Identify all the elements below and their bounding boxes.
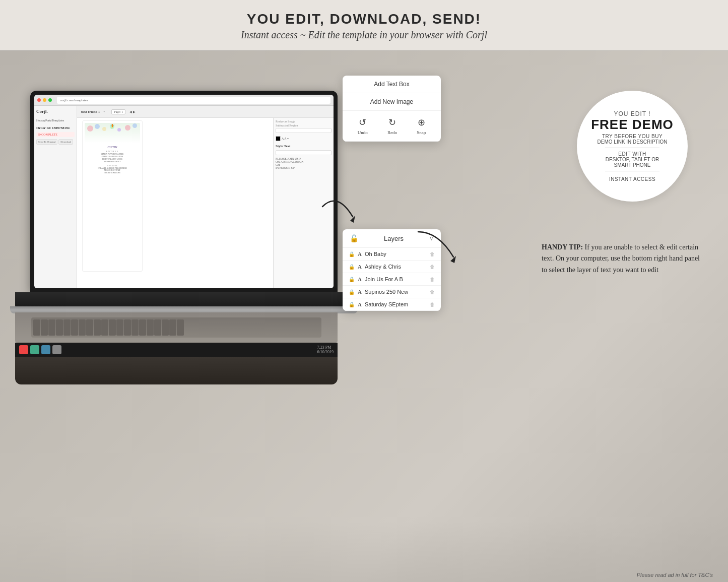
key (71, 319, 78, 336)
layer-lock-icon-5: 🔒 (349, 302, 355, 307)
desk-surface (0, 522, 728, 582)
taskbar-icon-4[interactable] (52, 345, 61, 354)
handy-tip-label: HANDY TIP: (542, 243, 583, 251)
key (86, 319, 93, 336)
key (48, 319, 55, 336)
send-to-original-btn[interactable]: Send To Original (36, 139, 57, 145)
main-area: corjl.com/templates Corjl. HoorayPartyTe… (0, 50, 728, 582)
circle-divider-2 (605, 171, 659, 171)
free-demo-badge: YOU EDIT ! FREE DEMO TRY BEFORE YOU BUY … (577, 91, 688, 202)
key (56, 319, 63, 336)
layer-type-icon-5: A (358, 301, 362, 307)
redo-icon: ↻ (388, 117, 396, 128)
header-title: YOU EDIT, DOWNLOAD, SEND! (0, 11, 728, 27)
key (116, 319, 123, 336)
menu-floral-top: 🧚 (85, 123, 140, 143)
key (41, 319, 48, 336)
header-banner: YOU EDIT, DOWNLOAD, SEND! Instant access… (0, 0, 728, 50)
toolbar-template-name: best friend 1 (81, 110, 100, 114)
layer-item-saturday[interactable]: 🔒 A Saturday SEptem 🗑 (343, 298, 441, 311)
browser-bar: corjl.com/templates (34, 95, 334, 106)
layer-delete-icon-4[interactable]: 🗑 (430, 289, 435, 295)
circle-demo-link: DEMO LINK IN DESCRIPTION (598, 139, 668, 145)
laptop-screen-outer: corjl.com/templates Corjl. HoorayPartyTe… (30, 91, 338, 292)
key (169, 319, 176, 336)
sidebar-menu-templates: HoorayPartyTemplates (36, 118, 75, 123)
taskbar-icon-3[interactable] (41, 345, 50, 354)
browser-minimize-dot[interactable] (43, 98, 46, 102)
handy-tip-text: HANDY TIP: If you are unable to select &… (542, 242, 703, 276)
menu-entree-title: ENTREE (85, 150, 140, 153)
circle-try-before: TRY BEFORE YOU BUY (602, 134, 663, 139)
menu-card-title: menu (85, 144, 140, 149)
circle-edit-with: EDIT WITH (618, 151, 646, 157)
text-style-input[interactable] (276, 150, 332, 155)
font-region-label: Subtracted Region (276, 124, 332, 127)
key (63, 319, 71, 336)
layer-type-icon: A (358, 251, 362, 257)
arrow-to-panel (317, 197, 358, 227)
order-id: Order Id: 1509758194 (36, 126, 75, 130)
menu-items-text: LEMON PEPPER POLL TREE GARLIC MASHED FAJ… (85, 153, 140, 163)
header-subtitle: Instant access ~ Edit the template in yo… (0, 29, 728, 41)
add-text-box-button[interactable]: Add Text Box (343, 76, 441, 93)
browser-address-bar[interactable]: corjl.com/templates (57, 97, 330, 104)
layer-lock-icon-4: 🔒 (349, 289, 355, 295)
layer-item-supinos[interactable]: 🔒 A Supinos 250 New 🗑 (343, 286, 441, 298)
color-swatch[interactable] (276, 136, 281, 141)
layer-item-join-us[interactable]: 🔒 A Join Us For A B 🗑 (343, 273, 441, 286)
keyboard-area (15, 312, 338, 343)
resize-image-section: Resize as Image Subtracted Region (276, 120, 332, 133)
font-size-label: A A ≡ (282, 137, 289, 140)
menu-dessert-title: dessert (85, 164, 140, 167)
layer-lock-icon-3: 🔒 (349, 277, 355, 282)
key (147, 319, 154, 336)
laptop-body (15, 357, 338, 384)
please-join-text: PLEASE JOIN US FON A BRIDAL BRUNCHIN HON… (276, 157, 332, 169)
snap-tool[interactable]: ⊕ Snap (417, 117, 426, 135)
browser-toolbar: best friend 1 ▼ Page: 1 ◀ ▶ (77, 106, 334, 118)
laptop-screen: corjl.com/templates Corjl. HoorayPartyTe… (34, 95, 334, 288)
key (101, 319, 108, 336)
key (154, 319, 161, 336)
layers-title: Layers (384, 235, 404, 242)
layers-lock-icon: 🔓 (350, 234, 358, 242)
browser-main-content: best friend 1 ▼ Page: 1 ◀ ▶ (77, 106, 334, 288)
menu-dessert-items: CARAMEL ALMOND PILLED FRESH MIXED FRUIT … (85, 167, 140, 175)
browser-content: Corjl. HoorayPartyTemplates Order Id: 15… (34, 106, 334, 288)
menu-card-area: 🧚 menu ENTREE LEMON PEPPER POLL TREE GAR… (77, 118, 334, 288)
floating-ui-panel: Add Text Box Add New Image ↺ Undo ↻ Redo… (343, 76, 441, 142)
page-indicator: Page: 1 (111, 109, 125, 114)
resize-image-label: Resize as Image (276, 120, 332, 123)
circle-instant-access: INSTANT ACCESS (609, 176, 655, 182)
key (109, 319, 116, 336)
key (33, 319, 40, 336)
undo-tool[interactable]: ↺ Undo (358, 117, 368, 135)
nav-arrows[interactable]: ◀ ▶ (129, 110, 136, 113)
key (79, 319, 86, 336)
height-input[interactable] (276, 128, 332, 133)
corjl-logo: Corjl. (36, 109, 75, 114)
color-row: A A ≡ (276, 136, 332, 141)
circle-free-demo: FREE DEMO (591, 117, 674, 132)
footer-note: Please read ad in full for T&C's (637, 572, 713, 578)
redo-tool[interactable]: ↻ Redo (387, 117, 397, 135)
layer-delete-icon-3[interactable]: 🗑 (430, 277, 435, 282)
key (177, 319, 184, 336)
layer-lock-icon-2: 🔒 (349, 264, 355, 270)
browser-close-dot[interactable] (37, 98, 41, 102)
order-status: INCOMPLETE (36, 132, 75, 137)
taskbar-time: 7:23 PM6/10/2019 (317, 345, 334, 354)
key (131, 319, 139, 336)
snap-icon: ⊕ (418, 117, 425, 128)
taskbar-icon-2[interactable] (30, 345, 39, 354)
taskbar: 7:23 PM6/10/2019 (15, 343, 338, 357)
style-text-label: Style Text (276, 144, 332, 148)
browser-maximize-dot[interactable] (48, 98, 52, 102)
layer-delete-icon-5[interactable]: 🗑 (430, 302, 435, 307)
key (162, 319, 169, 336)
download-btn[interactable]: Download (58, 139, 73, 145)
taskbar-icon-1[interactable] (19, 345, 28, 354)
add-new-image-button[interactable]: Add New Image (343, 93, 441, 111)
layer-lock-icon: 🔒 (349, 251, 355, 257)
